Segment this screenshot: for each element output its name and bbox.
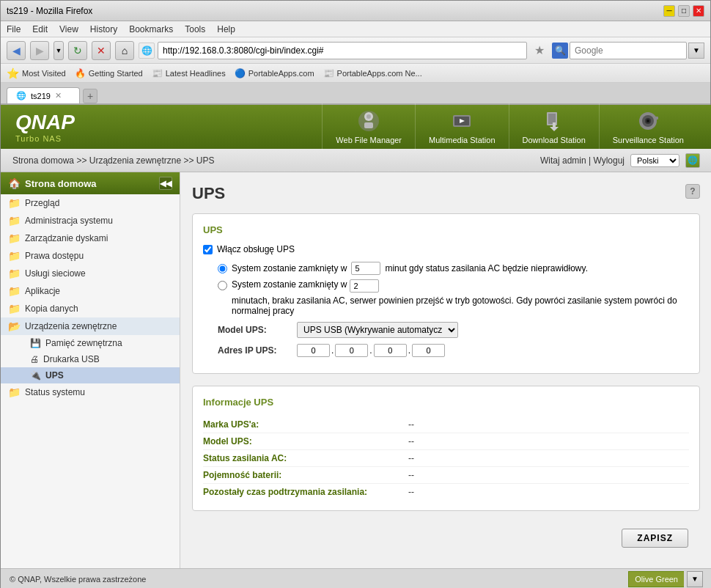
sidebar-item-kopia[interactable]: 📁 Kopia danych	[1, 300, 180, 317]
sidebar-item-uslugi[interactable]: 📁 Usługi sieciowe	[1, 265, 180, 282]
folder-icon: 📁	[8, 232, 21, 244]
ups-enable-label[interactable]: Włącz obsługę UPS	[217, 244, 295, 254]
bookmark-headlines[interactable]: 📰 Latest Headlines	[152, 68, 226, 78]
menu-edit[interactable]: Edit	[32, 24, 48, 34]
info-label-bateria: Pojemność baterii:	[203, 470, 408, 480]
back-button[interactable]: ◀	[7, 41, 26, 60]
svg-rect-10	[553, 122, 556, 128]
folder-icon: 📁	[8, 268, 21, 279]
menu-help[interactable]: Help	[217, 24, 235, 34]
info-value-czas: --	[408, 487, 414, 497]
close-btn[interactable]: ✕	[693, 5, 704, 17]
printer-icon: 🖨	[30, 354, 39, 364]
ups-ip-field-1[interactable]	[297, 344, 330, 357]
ups-radio2-label-post: minutach, braku zasilania AC, serwer pow…	[232, 295, 689, 316]
sidebar-collapse-button[interactable]: ◀◀	[159, 177, 172, 190]
sidebar-item-przeglad[interactable]: 📁 Przegląd	[1, 194, 180, 212]
ups-radio1[interactable]	[218, 264, 227, 273]
tab-close-icon[interactable]: ✕	[55, 91, 62, 100]
info-value-model: --	[408, 436, 414, 446]
back-dropdown-button[interactable]: ▼	[54, 41, 64, 60]
ups-radio1-label-pre: System zostanie zamknięty w	[232, 263, 347, 273]
info-value-bateria: --	[408, 470, 414, 480]
sidebar-item-status[interactable]: 📁 Status systemu	[1, 383, 180, 401]
refresh-button[interactable]: ↻	[68, 41, 87, 60]
search-input[interactable]	[570, 42, 687, 59]
bookmark-portableapps-ne[interactable]: 📰 PortableApps.com Ne...	[323, 68, 422, 78]
bookmark-portableapps[interactable]: 🔵 PortableApps.com	[235, 68, 314, 78]
nav-download-station[interactable]: Download Station	[509, 103, 600, 150]
menu-bookmarks[interactable]: Bookmarks	[129, 24, 173, 34]
sidebar-item-ups[interactable]: 🔌 UPS	[1, 367, 180, 383]
help-button[interactable]: ?	[685, 184, 700, 199]
info-label-model: Model UPS:	[203, 436, 408, 446]
nav-surveillance-station-label: Surveillance Station	[613, 136, 684, 144]
language-globe-icon[interactable]: 🌐	[685, 153, 700, 168]
info-row-czas: Pozostały czas podtrzymania zasilania: -…	[203, 484, 689, 500]
forward-button[interactable]: ▶	[30, 41, 49, 60]
bookmark-star[interactable]: ★	[531, 43, 548, 57]
ups-model-select[interactable]: UPS USB (Wykrywanie automatyczne) UPS US…	[297, 322, 458, 338]
bookmark-most-visited[interactable]: ⭐ Most Visited	[7, 67, 66, 79]
breadcrumb: Strona domowa >> Urządzenia zewnętrzne >…	[12, 155, 214, 166]
address-bar[interactable]	[158, 42, 527, 59]
theme-select-row: Olive Green ▼	[628, 571, 703, 587]
ups-icon: 🔌	[30, 370, 41, 381]
menu-history[interactable]: History	[90, 24, 117, 34]
menu-file[interactable]: File	[7, 24, 21, 34]
tab-bar: 🌐 ts219 ✕ +	[1, 83, 710, 105]
svg-rect-3	[364, 122, 373, 128]
sidebar-item-dyski[interactable]: 📁 Zarządzanie dyskami	[1, 229, 180, 247]
ups-model-label: Model UPS:	[218, 325, 291, 335]
sidebar-item-drukarka[interactable]: 🖨 Drukarka USB	[1, 351, 180, 367]
nav-surveillance-station[interactable]: Surveillance Station	[600, 103, 697, 150]
info-row-marka: Marka UPS'a: --	[203, 416, 689, 433]
home-button[interactable]: ⌂	[115, 41, 134, 60]
ups-radio2[interactable]	[218, 281, 227, 290]
bookmark-getting-started[interactable]: 🔥 Getting Started	[75, 68, 143, 78]
info-label-marka: Marka UPS'a:	[203, 419, 408, 430]
address-icon: 🌐	[139, 43, 155, 59]
minimize-btn[interactable]: ─	[663, 5, 675, 17]
ups-ip-field-2[interactable]	[335, 344, 368, 357]
save-button[interactable]: ZAPISZ	[622, 529, 688, 548]
ups-ip-field-3[interactable]	[374, 344, 407, 357]
theme-dropdown-button[interactable]: ▼	[687, 571, 703, 587]
new-tab-button[interactable]: +	[83, 89, 97, 103]
svg-point-14	[646, 120, 649, 122]
language-select[interactable]: Polski English	[630, 154, 679, 167]
nav-web-file-manager[interactable]: Web File Manager	[322, 103, 416, 150]
info-row-bateria: Pojemność baterii: --	[203, 467, 689, 484]
ups-ip-label: Adres IP UPS:	[218, 345, 291, 356]
nav-download-station-label: Download Station	[523, 136, 586, 144]
breadcrumb-bar: Strona domowa >> Urządzenia zewnętrzne >…	[1, 149, 711, 172]
qnap-subtitle: Turbo NAS	[15, 134, 75, 143]
maximize-btn[interactable]: □	[678, 5, 690, 17]
tab-ts219[interactable]: 🌐 ts219 ✕	[7, 87, 80, 103]
ups-ip-group: . . .	[297, 344, 445, 357]
sidebar-item-pamiec[interactable]: 💾 Pamięć zewnętrzna	[1, 335, 180, 351]
nav-multimedia-station[interactable]: Multimedia Station	[416, 103, 509, 150]
sidebar-item-prawa[interactable]: 📁 Prawa dostępu	[1, 247, 180, 265]
ups-ip-field-4[interactable]	[412, 344, 445, 357]
ups-radio1-input[interactable]	[351, 262, 380, 275]
download-station-icon	[542, 109, 566, 133]
sidebar-item-aplikacje[interactable]: 📁 Aplikacje	[1, 282, 180, 300]
sidebar-item-urzadzenia[interactable]: 📂 Urządzenia zewnętrzne	[1, 317, 180, 335]
search-dropdown[interactable]: ▼	[688, 43, 704, 59]
ups-section-legend: UPS	[203, 224, 689, 235]
ups-radio2-input[interactable]	[350, 279, 379, 293]
stop-button[interactable]: ✕	[92, 41, 111, 60]
nav-web-file-manager-label: Web File Manager	[336, 136, 402, 144]
browser-titlebar: ts219 - Mozilla Firefox ─ □ ✕	[1, 1, 710, 21]
menu-view[interactable]: View	[59, 24, 78, 34]
ups-radio2-row: System zostanie zamknięty w minutach, br…	[218, 279, 689, 316]
ups-enable-checkbox[interactable]	[203, 245, 213, 254]
info-label-czas: Pozostały czas podtrzymania zasilania:	[203, 487, 408, 497]
ups-section: UPS Włącz obsługę UPS System zostanie za…	[192, 213, 700, 374]
qnap-header: QNAP Turbo NAS Web File Manager	[1, 105, 711, 149]
info-value-status: --	[408, 453, 414, 463]
sidebar-item-administracja[interactable]: 📁 Administracja systemu	[1, 212, 180, 229]
surveillance-station-icon	[636, 109, 660, 133]
menu-tools[interactable]: Tools	[185, 24, 205, 34]
